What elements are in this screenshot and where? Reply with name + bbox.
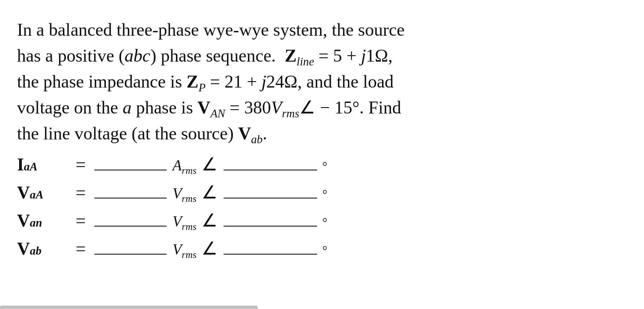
iaa-unit-arms: Arms [173,156,197,174]
van-sub: AN [210,107,225,120]
vab-angle: ∠ [201,238,218,259]
vab-equals: = [76,238,86,259]
iaa-blank-angle[interactable] [224,150,317,170]
van-bold: V [198,98,210,117]
van-equals: = [76,210,86,231]
zp-bold: Z [187,72,199,91]
vaa-angle: ∠ [201,182,218,203]
problem-line-1: In a balanced three-phase wye-wye system… [17,17,618,43]
answer-row-vaa: VaA = Vrms ∠ ° [17,179,618,203]
answer-row-iaa: IaA = Arms ∠ ° [17,150,618,174]
iaa-blank-magnitude[interactable] [94,150,167,170]
iaa-angle: ∠ [201,154,218,175]
van-label: Van [17,210,72,231]
iaa-equals: = [76,154,86,175]
vab-sub: ab [251,133,262,146]
problem-line-4: voltage on the a phase is VAN = 380Vrms∠… [17,95,618,121]
problem-line-5: the line voltage (at the source) Vab. [17,121,618,147]
vaa-blank-magnitude[interactable] [94,179,167,198]
vaa-equals: = [76,182,86,203]
vrms-sub: rms [282,107,299,120]
van-blank-angle[interactable] [224,207,317,227]
problem-line-2: has a positive (abc) phase sequence. Zli… [17,43,618,69]
vab-blank-magnitude[interactable] [94,235,167,255]
van-bold-v: V [17,210,30,231]
vab-bold-v: V [17,238,30,259]
answer-row-van: Van = Vrms ∠ ° [17,207,618,231]
vaa-label: VaA [17,182,72,203]
vaa-bold-v: V [17,182,30,203]
problem-line-3: the phase impedance is ZP = 21 + j24Ω, a… [17,69,618,95]
vaa-blank-angle[interactable] [224,179,317,198]
iaa-bold-i: I [17,154,24,175]
a-italic: a [122,98,131,117]
bottom-scrollbar[interactable] [0,306,258,309]
van-blank-magnitude[interactable] [94,207,167,227]
iaa-label: IaA [17,154,72,175]
van-angle: ∠ [201,210,218,231]
zp-sub: P [199,81,206,94]
zline-bold: Z [285,46,297,65]
vaa-unit-vrms: Vrms [173,184,197,202]
van-unit-vrms: Vrms [173,213,197,230]
zline-sub: line [297,55,314,68]
answer-block: IaA = Arms ∠ ° VaA = Vrms ∠ ° Van = [17,150,618,259]
vab-label: Vab [17,238,72,259]
vab-unit-vrms: Vrms [173,241,197,258]
vab-blank-angle[interactable] [224,235,317,255]
page: In a balanced three-phase wye-wye system… [0,0,644,309]
vab-bold: V [238,124,251,143]
abc-italic: abc [125,46,150,65]
problem-statement: In a balanced three-phase wye-wye system… [17,17,618,146]
answer-row-vab: Vab = Vrms ∠ ° [17,235,618,259]
